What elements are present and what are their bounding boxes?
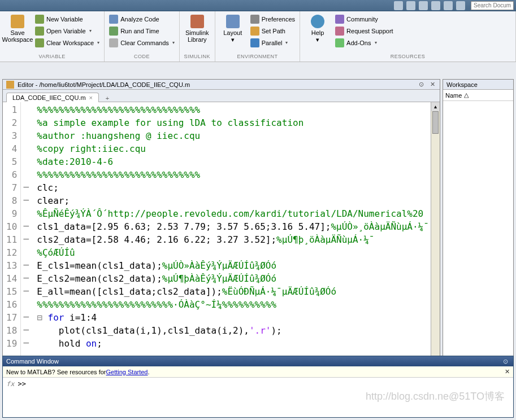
save-workspace-button[interactable]: Save Workspace — [3, 14, 32, 44]
label: Add-Ons — [346, 40, 371, 46]
close-banner-icon[interactable]: ✕ — [505, 368, 510, 375]
clear-workspace-button[interactable]: Clear Workspace▾ — [34, 37, 101, 48]
layout-button[interactable]: Layout ▾ — [219, 14, 247, 45]
open-variable-button[interactable]: Open Variable▾ — [34, 25, 101, 36]
label: Help — [311, 29, 324, 36]
workspace-column-header[interactable]: Name△ — [443, 90, 513, 101]
save-workspace-label: Save Workspace — [2, 29, 33, 43]
workspace-title: Workspace — [446, 81, 478, 88]
desk: Editor - /home/liu6tot/MProject/LDA/LDA_… — [0, 79, 516, 375]
help-button[interactable]: Help ▾ — [303, 14, 332, 45]
dock-button[interactable]: ⊙ — [417, 81, 425, 89]
command-input-area[interactable]: fx>> — [3, 378, 513, 417]
label: Name — [445, 92, 462, 99]
command-window: Command Window ⊙ New to MATLAB? See reso… — [2, 356, 514, 418]
editor-tabbar: LDA_CODE_IIEC_CQU.m× + — [3, 90, 440, 102]
save-icon — [11, 15, 24, 28]
clear-commands-icon — [109, 38, 118, 47]
group-caption: ENVIRONMENT — [219, 53, 296, 60]
addons-icon — [335, 38, 344, 47]
chevron-down-icon: ▾ — [89, 28, 92, 33]
set-path-button[interactable]: Set Path — [249, 25, 296, 36]
new-variable-button[interactable]: New Variable — [34, 14, 101, 24]
label: Simulink Library — [185, 29, 209, 43]
ribbon-group-variable: Save Workspace New Variable Open Variabl… — [0, 11, 105, 62]
layout-icon — [226, 15, 240, 28]
hint-text: New to MATLAB? See resources for — [6, 369, 106, 375]
prompt: >> — [18, 380, 25, 388]
label: Request Support — [346, 28, 393, 34]
parallel-icon — [250, 38, 259, 47]
tab-close-icon[interactable]: × — [89, 94, 93, 101]
group-caption: SIMULINK — [183, 53, 211, 60]
quick-icon[interactable] — [419, 1, 428, 10]
add-tab-button[interactable]: + — [102, 95, 112, 102]
ribbon-group-environment: Layout ▾ Preferences Set Path Parallel▾ … — [215, 11, 300, 62]
dock-button[interactable]: ⊙ — [501, 358, 510, 365]
quick-icon[interactable] — [394, 1, 403, 10]
gear-icon — [250, 15, 259, 24]
ribbon-group-resources: Help ▾ Community Request Support Add-Ons… — [300, 11, 516, 62]
ribbon-group-code: Analyze Code Run and Time Clear Commands… — [105, 11, 180, 62]
label: Community — [346, 16, 378, 23]
chevron-down-icon: ▾ — [97, 40, 99, 45]
simulink-library-button[interactable]: Simulink Library — [183, 14, 211, 44]
sort-asc-icon: △ — [464, 91, 469, 99]
fold-marks: –––––––––– — [21, 102, 31, 365]
group-caption: RESOURCES — [303, 53, 512, 60]
clear-commands-button[interactable]: Clear Commands▾ — [108, 37, 176, 48]
community-button[interactable]: Community — [334, 14, 394, 24]
workspace-panel: Workspace Name△ — [443, 79, 514, 375]
label: New Variable — [46, 16, 83, 23]
code-text[interactable]: %%%%%%%%%%%%%%%%%%%%%%%%%%%%%%%a simple … — [31, 102, 431, 365]
help-icon — [311, 15, 324, 28]
hint-text: . — [148, 369, 149, 375]
preferences-button[interactable]: Preferences — [249, 14, 296, 24]
simulink-icon — [190, 15, 204, 28]
quick-icon[interactable] — [444, 1, 453, 10]
quick-access-icons — [394, 1, 465, 10]
quick-icon[interactable] — [431, 1, 440, 10]
search-docs-input[interactable] — [471, 1, 514, 10]
open-variable-icon — [35, 27, 44, 36]
ribbon: Save Workspace New Variable Open Variabl… — [0, 11, 516, 62]
request-support-button[interactable]: Request Support — [334, 25, 394, 36]
getting-started-banner: New to MATLAB? See resources for Getting… — [3, 366, 513, 378]
tab-active[interactable]: LDA_CODE_IIEC_CQU.m× — [6, 93, 99, 102]
label: Layout — [223, 29, 242, 36]
editor-panel: Editor - /home/liu6tot/MProject/LDA/LDA_… — [2, 79, 440, 375]
title-bar — [0, 0, 516, 11]
getting-started-link[interactable]: Getting Started — [106, 369, 148, 375]
editor-title: Editor - /home/liu6tot/MProject/LDA/LDA_… — [18, 81, 190, 88]
run-and-time-button[interactable]: Run and Time — [108, 25, 176, 36]
label: Analyze Code — [120, 16, 159, 23]
scroll-thumb[interactable] — [432, 111, 439, 134]
analyze-code-button[interactable]: Analyze Code — [108, 14, 176, 24]
chevron-down-icon: ▾ — [316, 36, 319, 43]
chevron-down-icon: ▾ — [375, 40, 377, 45]
label: Parallel — [262, 40, 283, 46]
command-window-title-bar: Command Window ⊙ — [3, 356, 513, 366]
quick-icon[interactable] — [456, 1, 465, 10]
path-icon — [250, 27, 259, 36]
label: Clear Workspace — [46, 40, 94, 46]
vertical-scrollbar[interactable]: ▴ ▾ — [431, 102, 440, 365]
chevron-down-icon: ▾ — [285, 40, 288, 45]
tab-label: LDA_CODE_IIEC_CQU.m — [12, 94, 86, 101]
chevron-down-icon: ▾ — [231, 36, 235, 43]
add-ons-button[interactable]: Add-Ons▾ — [334, 37, 394, 48]
quick-icon[interactable] — [406, 1, 415, 10]
new-variable-icon — [35, 15, 44, 24]
label: Clear Commands — [120, 40, 169, 46]
group-caption: VARIABLE — [3, 53, 101, 60]
community-icon — [335, 15, 344, 24]
scroll-up-icon[interactable]: ▴ — [431, 102, 440, 111]
runtime-icon — [109, 27, 118, 36]
label: Run and Time — [120, 28, 159, 34]
parallel-button[interactable]: Parallel▾ — [249, 37, 296, 48]
group-caption: CODE — [108, 53, 176, 60]
chevron-down-icon: ▾ — [172, 40, 175, 45]
analyze-icon — [109, 15, 118, 24]
close-panel-button[interactable]: ✕ — [428, 81, 436, 89]
fx-icon[interactable]: fx — [6, 380, 14, 388]
